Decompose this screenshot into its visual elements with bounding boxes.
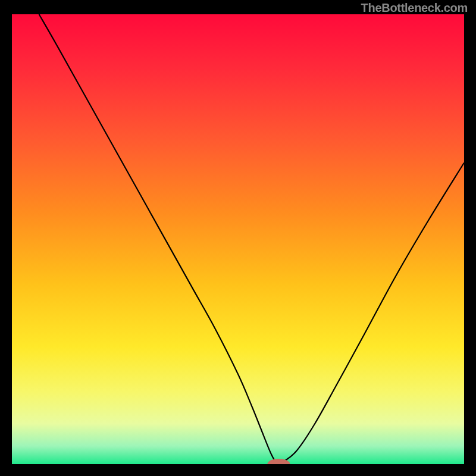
- chart-frame: TheBottleneck.com: [0, 0, 476, 476]
- chart-plot-area: [12, 14, 464, 464]
- chart-background: [12, 14, 464, 464]
- chart-svg: [12, 14, 464, 464]
- watermark-text: TheBottleneck.com: [361, 1, 468, 15]
